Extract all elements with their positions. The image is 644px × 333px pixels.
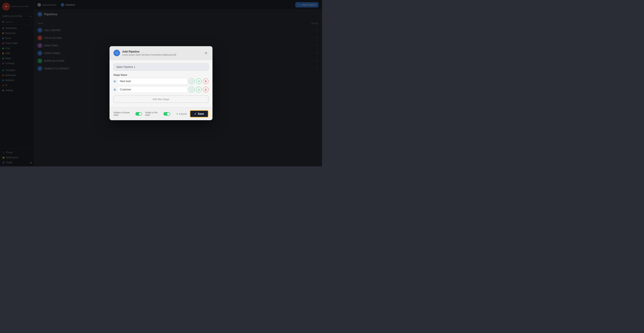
close-button[interactable]: ✕ [203,50,208,56]
delete-icon-1: 🗑 [204,80,207,82]
stage-input-2[interactable] [118,86,188,93]
funnel-chart-toggle-group: Visible in Funnel chart [114,111,142,116]
drag-icon-2[interactable]: ⊕ [114,88,116,91]
clock-button-2[interactable]: 🕐 [189,87,194,92]
modal-subtitle: Lorem Ipsum Dolor Sit Amet Consectetur A… [122,54,176,56]
stage-row-2: ⊕ 🕐 ⊘ 🗑 [114,86,208,93]
stage-row-1: ⊕ 🕐 ⊘ 🗑 [114,78,208,84]
filter-button-2[interactable]: ⊘ [196,87,202,92]
stage-name-label: Stage Name [114,73,208,76]
delete-button-2[interactable]: 🗑 [203,87,208,92]
modal-footer: Visible in Funnel chart Visible in Pie c… [110,107,212,120]
save-button[interactable]: ✓ Save [190,110,208,118]
clock-icon-2: 🕐 [190,88,193,91]
save-check-icon: ✓ [194,112,196,115]
modal-body: Stage Name ⊕ 🕐 ⊘ 🗑 ⊕ 🕐 [110,60,212,107]
modal-header: ⬡ Add Pipeline Lorem Ipsum Dolor Sit Ame… [110,46,212,60]
funnel-chart-toggle[interactable] [135,112,142,116]
filter-button-1[interactable]: ⊘ [196,78,202,84]
delete-button-1[interactable]: 🗑 [203,78,208,84]
drag-icon-1[interactable]: ⊕ [114,79,116,83]
filter-icon-2: ⊘ [198,88,200,91]
add-stage-label: Add New Stage [153,98,169,100]
cancel-button[interactable]: ✕ Cancel [176,112,187,115]
clock-icon-1: 🕐 [190,80,193,83]
delete-icon-2: 🗑 [204,88,207,91]
add-new-stage-button[interactable]: Add New Stage [114,95,208,103]
cancel-x-icon: ✕ [176,112,178,115]
modal-overlay: ⬡ Add Pipeline Lorem Ipsum Dolor Sit Ame… [0,0,322,166]
modal-header-text: Add Pipeline Lorem Ipsum Dolor Sit Amet … [122,50,176,56]
save-label: Save [198,112,204,115]
pipeline-name-input[interactable] [114,63,208,70]
pie-chart-toggle[interactable] [164,112,170,116]
clock-button-1[interactable]: 🕐 [189,78,194,84]
stage-input-1[interactable] [118,78,188,84]
filter-icon-1: ⊘ [198,80,200,83]
modal-title: Add Pipeline [122,50,176,53]
pie-chart-label: Visible in Pie chart [145,111,162,116]
cancel-label: Cancel [179,112,187,115]
modal-header-icon: ⬡ [114,50,120,56]
add-pipeline-modal: ⬡ Add Pipeline Lorem Ipsum Dolor Sit Ame… [110,46,212,120]
funnel-chart-label: Visible in Funnel chart [114,111,134,116]
pie-chart-toggle-group: Visible in Pie chart [145,111,170,116]
